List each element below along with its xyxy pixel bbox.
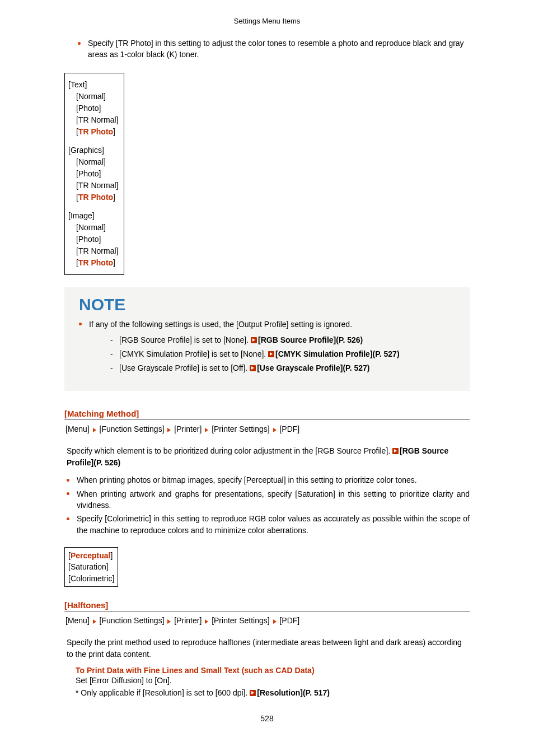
option-item: [Photo]: [68, 102, 118, 114]
cross-ref-link[interactable]: [RGB Source Profile](P. 526): [258, 335, 363, 344]
option-item: [Normal]: [68, 91, 118, 102]
link-icon: [392, 448, 399, 454]
chevron-right-icon: [167, 619, 171, 624]
breadcrumb-item: [Printer]: [174, 616, 202, 625]
chevron-right-icon: [205, 619, 208, 624]
intro-bullets: Specify [TR Photo] in this setting to ad…: [64, 38, 470, 60]
matching-bullet: When printing artwork and graphs for pre…: [67, 488, 470, 511]
option-item-selected: [TR Photo]: [68, 192, 118, 203]
chevron-right-icon: [93, 428, 96, 432]
breadcrumb-item: [Function Settings]: [100, 616, 165, 625]
note-lead: If any of the following settings is used…: [79, 319, 460, 376]
note-box: NOTE If any of the following settings is…: [64, 287, 470, 391]
halftones-subtext: Set [Error Diffusion] to [On].: [76, 676, 470, 685]
output-profile-options: [Text] [Normal] [Photo] [TR Normal] [TR …: [64, 73, 124, 275]
option-item-selected: [TR Photo]: [68, 257, 118, 269]
cross-ref-link[interactable]: [Use Grayscale Profile](P. 527): [257, 363, 369, 372]
option-item: [Colorimetric]: [68, 573, 114, 584]
breadcrumb-item: [PDF]: [279, 424, 299, 433]
breadcrumb-item: [Printer Settings]: [212, 424, 270, 433]
link-icon: [251, 337, 257, 343]
option-item: [Photo]: [68, 234, 118, 245]
note-item: [CMYK Simulation Profile] is set to [Non…: [110, 347, 460, 361]
link-icon: [268, 351, 274, 357]
halftones-description: Specify the print method used to reprodu…: [67, 637, 467, 660]
option-item: [Normal]: [68, 156, 118, 168]
chevron-right-icon: [273, 428, 277, 432]
breadcrumb-item: [Menu]: [65, 424, 90, 433]
breadcrumb-item: [Printer Settings]: [212, 616, 270, 625]
option-item: [TR Normal]: [68, 245, 118, 257]
matching-bullet: When printing photos or bitmap images, s…: [67, 474, 470, 486]
halftones-subheading: To Print Data with Fine Lines and Small …: [76, 666, 470, 675]
chevron-right-icon: [93, 619, 96, 624]
option-item-selected: [TR Photo]: [68, 126, 118, 138]
option-group-title: [Graphics]: [68, 144, 118, 156]
option-item-selected: [Perceptual]: [68, 550, 114, 561]
matching-bullets: When printing photos or bitmap images, s…: [64, 474, 470, 535]
breadcrumb: [Menu] [Function Settings] [Printer] [Pr…: [65, 423, 470, 435]
option-group-title: [Text]: [68, 79, 118, 91]
breadcrumb-item: [Menu]: [65, 616, 90, 625]
chevron-right-icon: [273, 619, 277, 624]
breadcrumb-item: [PDF]: [279, 616, 299, 625]
option-item: [Normal]: [68, 222, 118, 234]
link-icon: [250, 690, 256, 696]
link-icon: [250, 365, 256, 371]
matching-description: Specify which element is to be prioritiz…: [67, 445, 467, 469]
breadcrumb-item: [Function Settings]: [100, 424, 165, 433]
breadcrumb: [Menu] [Function Settings] [Printer] [Pr…: [65, 615, 470, 627]
halftones-note: * Only applicable if [Resolution] is set…: [76, 688, 470, 697]
page-number: 528: [64, 714, 470, 723]
section-heading-halftones: [Halftones]: [64, 600, 470, 612]
cross-ref-link[interactable]: [Resolution](P. 517): [257, 688, 330, 697]
breadcrumb-item: [Printer]: [174, 424, 202, 433]
option-group-title: [Image]: [68, 210, 118, 222]
option-item: [TR Normal]: [68, 180, 118, 192]
note-item: [RGB Source Profile] is set to [None]. […: [110, 333, 460, 347]
note-title: NOTE: [74, 287, 460, 319]
matching-bullet: Specify [Colorimetric] in this setting t…: [67, 513, 470, 536]
matching-options: [Perceptual] [Saturation] [Colorimetric]: [64, 547, 118, 587]
option-item: [Photo]: [68, 168, 118, 180]
cross-ref-link[interactable]: [CMYK Simulation Profile](P. 527): [275, 349, 399, 358]
section-heading-matching: [Matching Method]: [64, 409, 470, 420]
intro-bullet-item: Specify [TR Photo] in this setting to ad…: [78, 38, 470, 60]
option-item: [Saturation]: [68, 561, 114, 572]
option-item: [TR Normal]: [68, 114, 118, 126]
chevron-right-icon: [167, 428, 171, 432]
chevron-right-icon: [205, 428, 208, 432]
note-item: [Use Grayscale Profile] is set to [Off].…: [110, 361, 460, 375]
page-header: Settings Menu Items: [64, 17, 470, 25]
